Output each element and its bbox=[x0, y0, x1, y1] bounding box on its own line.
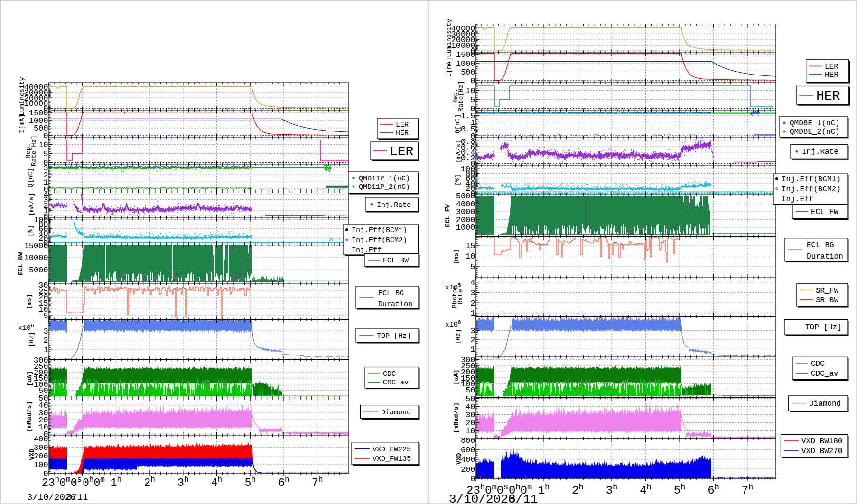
svg-text:Inj.Eff(BCM1): Inj.Eff(BCM1) bbox=[782, 175, 841, 184]
svg-text:50: 50 bbox=[38, 394, 48, 403]
svg-text:100: 100 bbox=[34, 215, 48, 224]
svg-text:I[mA]: I[mA] bbox=[446, 57, 453, 77]
svg-text:1: 1 bbox=[43, 345, 48, 355]
svg-text:1.5: 1.5 bbox=[461, 112, 475, 121]
svg-text:Q[nC]: Q[nC] bbox=[27, 168, 34, 187]
svg-text:0: 0 bbox=[470, 76, 475, 85]
svg-text:HER: HER bbox=[825, 71, 838, 79]
svg-text:TOP [Hz]: TOP [Hz] bbox=[805, 323, 842, 332]
svg-text:4: 4 bbox=[43, 190, 48, 199]
svg-text:QMD8E_2(nC): QMD8E_2(nC) bbox=[790, 128, 840, 136]
svg-text:15: 15 bbox=[466, 242, 475, 251]
svg-text:800: 800 bbox=[461, 436, 475, 445]
svg-text:400: 400 bbox=[461, 455, 475, 464]
svg-text:3: 3 bbox=[470, 289, 475, 298]
svg-text:Inj.Eff: Inj.Eff bbox=[782, 195, 813, 204]
svg-text:LER: LER bbox=[825, 63, 838, 71]
svg-text:300: 300 bbox=[34, 443, 48, 452]
svg-text:[Hz]: [Hz] bbox=[28, 332, 35, 347]
svg-text:40: 40 bbox=[466, 402, 475, 411]
svg-text:3/10/2026: 3/10/2026 bbox=[449, 492, 515, 504]
svg-text:CDC_av: CDC_av bbox=[811, 370, 838, 378]
svg-text:3/11: 3/11 bbox=[66, 492, 88, 503]
svg-text:20: 20 bbox=[466, 419, 475, 428]
svg-text:VXD_BW180: VXD_BW180 bbox=[801, 437, 842, 446]
svg-text:HER: HER bbox=[396, 129, 409, 137]
svg-text:1500: 1500 bbox=[456, 50, 475, 59]
svg-text:Inj.Rate: Inj.Rate bbox=[802, 148, 838, 156]
svg-text:Diamond: Diamond bbox=[809, 400, 841, 408]
svg-text:5: 5 bbox=[470, 262, 475, 271]
svg-text:Rate[Hz]: Rate[Hz] bbox=[30, 135, 37, 166]
svg-text:[uA]: [uA] bbox=[453, 369, 460, 384]
svg-text:500: 500 bbox=[461, 68, 475, 77]
svg-text:VXD_BW270: VXD_BW270 bbox=[801, 447, 842, 456]
svg-text:30: 30 bbox=[466, 411, 475, 420]
svg-text:QMD8E_1(nC): QMD8E_1(nC) bbox=[790, 119, 840, 128]
svg-text:400: 400 bbox=[34, 435, 48, 444]
svg-text:LER: LER bbox=[390, 144, 414, 159]
svg-text:[mA/s]: [mA/s] bbox=[28, 193, 35, 216]
svg-text:23h0m0s: 23h0m0s bbox=[42, 476, 82, 489]
svg-text:100: 100 bbox=[461, 165, 475, 174]
svg-text:Luminosity: Luminosity bbox=[446, 19, 453, 57]
svg-text:[%]: [%] bbox=[454, 174, 461, 186]
svg-text:Inj.Eff: Inj.Eff bbox=[352, 246, 382, 254]
svg-text:4000: 4000 bbox=[456, 200, 475, 209]
svg-text:CDC_av: CDC_av bbox=[383, 379, 409, 387]
svg-text:VXD: VXD bbox=[456, 453, 463, 464]
svg-text:10: 10 bbox=[466, 427, 475, 436]
svg-text:LER: LER bbox=[396, 121, 409, 129]
svg-text:3: 3 bbox=[470, 327, 475, 336]
svg-text:TOP [Hz]: TOP [Hz] bbox=[377, 332, 411, 340]
svg-text:ECL_BW: ECL_BW bbox=[18, 252, 25, 276]
svg-text:ECL_FW: ECL_FW bbox=[811, 208, 838, 216]
svg-text:5: 5 bbox=[470, 95, 475, 104]
svg-text:ECL_FW: ECL_FW bbox=[445, 204, 452, 227]
svg-text:Duration: Duration bbox=[807, 252, 843, 261]
svg-text:[mA/s]: [mA/s] bbox=[455, 140, 462, 163]
svg-text:300: 300 bbox=[34, 356, 48, 365]
svg-text:300: 300 bbox=[461, 355, 475, 364]
svg-text:[ms]: [ms] bbox=[26, 294, 33, 309]
svg-text:[uA]: [uA] bbox=[26, 371, 33, 386]
svg-text:2000: 2000 bbox=[456, 215, 475, 224]
svg-text:4: 4 bbox=[470, 278, 475, 287]
svg-text:[Hz]: [Hz] bbox=[455, 329, 462, 344]
svg-text:15000: 15000 bbox=[24, 242, 48, 251]
svg-text:ECL BG: ECL BG bbox=[807, 241, 834, 250]
svg-text:1500: 1500 bbox=[29, 109, 48, 118]
svg-text:Rate: Rate bbox=[457, 289, 464, 304]
svg-text:10: 10 bbox=[38, 140, 48, 149]
svg-text:Q[nC]: Q[nC] bbox=[454, 114, 461, 134]
svg-text:5: 5 bbox=[43, 149, 48, 159]
svg-text:30: 30 bbox=[38, 281, 48, 290]
svg-text:Diamond: Diamond bbox=[381, 409, 411, 417]
svg-text:200: 200 bbox=[461, 465, 475, 474]
svg-text:3000: 3000 bbox=[456, 207, 475, 216]
svg-text:[mRad/s]: [mRad/s] bbox=[453, 402, 460, 433]
svg-text:SR_FW: SR_FW bbox=[816, 287, 838, 295]
svg-text:I[mA]: I[mA] bbox=[19, 114, 26, 133]
svg-text:0.8: 0.8 bbox=[461, 137, 475, 146]
svg-text:Inj.Eff(BCM2): Inj.Eff(BCM2) bbox=[782, 185, 841, 194]
svg-text:HER: HER bbox=[816, 89, 840, 103]
svg-text:CDC: CDC bbox=[383, 370, 396, 378]
svg-text:VXD: VXD bbox=[28, 448, 36, 460]
svg-text:ECL BG: ECL BG bbox=[378, 289, 404, 298]
svg-text:2: 2 bbox=[470, 336, 475, 345]
svg-text:1000: 1000 bbox=[456, 223, 475, 232]
svg-text:VXD_FW135: VXD_FW135 bbox=[373, 455, 411, 463]
svg-text:QMD11P_2(nC): QMD11P_2(nC) bbox=[359, 183, 410, 191]
svg-text:ECL_BW: ECL_BW bbox=[383, 257, 409, 265]
svg-text:Duration: Duration bbox=[378, 300, 412, 308]
svg-text:5000: 5000 bbox=[456, 192, 475, 201]
svg-text:Luminosity: Luminosity bbox=[19, 77, 26, 115]
svg-text:[%]: [%] bbox=[27, 225, 34, 237]
svg-text:Rate[Hz]: Rate[Hz] bbox=[457, 81, 465, 112]
svg-text:50: 50 bbox=[466, 394, 475, 403]
svg-text:100: 100 bbox=[34, 460, 48, 469]
svg-text:VXD_FW225: VXD_FW225 bbox=[373, 446, 411, 454]
svg-text:2: 2 bbox=[470, 299, 475, 308]
svg-text:Inj.Eff(BCM1): Inj.Eff(BCM1) bbox=[352, 226, 407, 234]
